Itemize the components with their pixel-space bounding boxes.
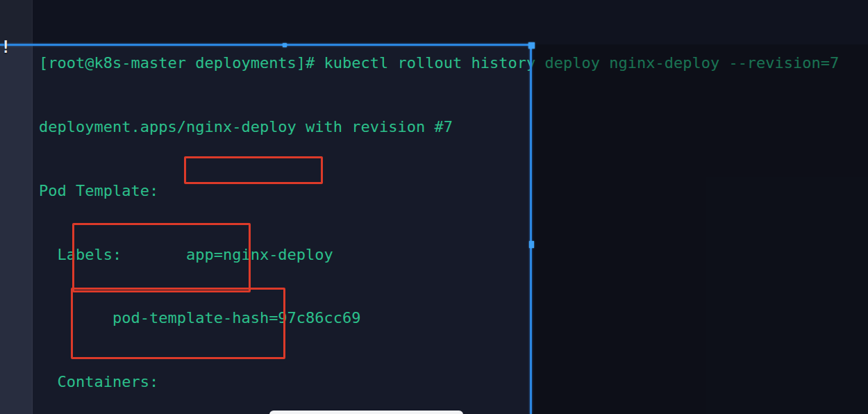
partial-white-panel <box>269 411 463 414</box>
annotation-box-limits-section <box>72 223 251 292</box>
selection-top-edge[interactable] <box>0 44 532 46</box>
screenshot-root: [root@k8s-master deployments]# kubectl r… <box>0 0 868 414</box>
selection-handle-top-right-icon[interactable] <box>528 42 535 49</box>
terminal-command-line: [root@k8s-master deployments]# kubectl r… <box>39 53 839 74</box>
selection-handle-mid-right-icon[interactable] <box>529 241 534 248</box>
selection-handle-top-mid-icon[interactable] <box>283 43 287 47</box>
annotation-box-image-value <box>184 156 323 184</box>
selection-right-edge[interactable] <box>530 44 532 414</box>
terminal-line-pod-template: Pod Template: <box>39 181 839 202</box>
left-sidebar <box>0 0 33 414</box>
annotation-box-requests-section <box>71 288 285 359</box>
terminal-line-containers: Containers: <box>39 372 839 393</box>
terminal-line-revision: deployment.apps/nginx-deploy with revisi… <box>39 117 839 138</box>
exclamation-cursor-icon: ! <box>1 38 10 59</box>
